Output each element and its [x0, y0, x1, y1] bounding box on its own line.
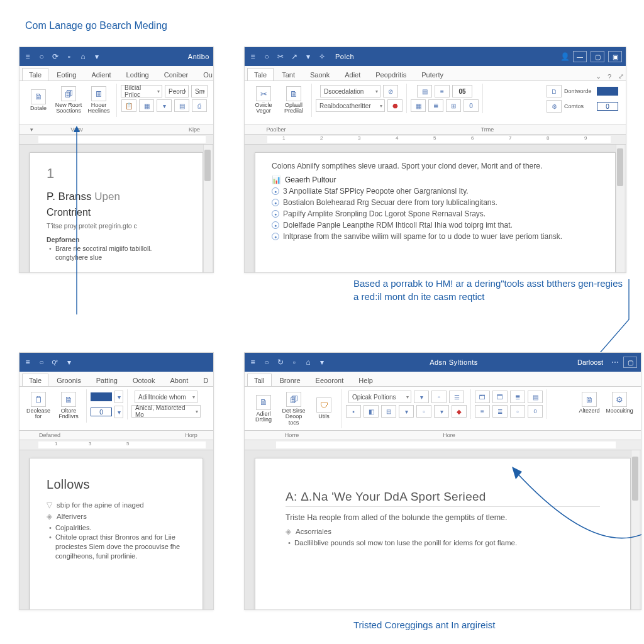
warn-icon[interactable]: ◆ — [452, 405, 467, 418]
tab-ou[interactable]: Ou — [196, 68, 214, 80]
maximize-button[interactable]: ▢ — [623, 357, 637, 368]
circle-icon[interactable]: ○ — [37, 358, 46, 367]
tab-puterty[interactable]: Puterty — [414, 68, 450, 80]
adierl-button[interactable]: 🗎Adierl Drtling — [250, 394, 277, 425]
zero-icon[interactable]: 0 — [464, 99, 479, 112]
g3-icon[interactable]: ≣ — [510, 391, 525, 403]
tab-peopdritis[interactable]: Peopdritis — [369, 68, 413, 80]
maximize-button[interactable]: ▢ — [591, 51, 604, 62]
combo-anical[interactable]: Anical, Matiorcted Mo — [131, 405, 201, 418]
list-item[interactable]: ●3 Anpolliate Staf SPPicy Peopote oher G… — [272, 187, 599, 196]
oviicle-button[interactable]: ✂Oviicle Vegor — [250, 85, 277, 116]
num-badge[interactable]: 05 — [452, 85, 472, 97]
b4-icon[interactable]: ▾ — [399, 405, 414, 418]
moocuiting-button[interactable]: ⚙Moocuiting — [606, 391, 633, 415]
oltore-button[interactable]: 🗎Oltore Fndlivrs — [55, 391, 82, 421]
sort-icon[interactable]: ⊞ — [446, 99, 461, 112]
list-item[interactable]: ●Bostialon Bolehearad Rrg Secuar dere fr… — [272, 198, 599, 207]
det-sirse-button[interactable]: 🗐Det Sirse Deoop tocs — [280, 391, 308, 427]
combo-dsocedalation[interactable]: Dsocedalation — [320, 85, 380, 97]
circle-icon[interactable]: ○ — [37, 52, 46, 61]
oplaall-button[interactable]: 🗎Oplaall Prediial — [280, 85, 308, 116]
star-icon[interactable]: ✧ — [318, 52, 326, 61]
tab-tall[interactable]: Tall — [247, 374, 272, 386]
g2-icon[interactable]: 🗖 — [492, 391, 508, 403]
align-center-icon[interactable]: ≡ — [435, 85, 450, 97]
tab-ootook[interactable]: Ootook — [126, 374, 162, 386]
help-icon[interactable]: ? — [604, 73, 614, 80]
stop-icon[interactable]: ⬣ — [387, 99, 402, 112]
g4-icon[interactable]: ▤ — [528, 391, 543, 403]
tab-lodting[interactable]: Lodting — [119, 68, 156, 80]
dropdown-icon[interactable]: ▾ — [65, 358, 74, 367]
altezerd-button[interactable]: 🗎Altezerd — [575, 391, 603, 415]
dropdown-icon[interactable]: ▾ — [114, 406, 123, 418]
zero-box[interactable]: 0 — [597, 102, 618, 111]
menu-icon[interactable]: ≡ — [248, 358, 257, 367]
color-swatch[interactable] — [91, 392, 112, 401]
gear-icon[interactable]: ⚙ — [547, 100, 562, 113]
qat-icon[interactable]: Qᵏ — [51, 358, 60, 367]
combo-sm[interactable]: Sm — [191, 85, 208, 97]
doc-icon[interactable]: 🗋 — [547, 85, 562, 97]
scrollbar[interactable] — [631, 450, 640, 610]
tab-patting[interactable]: Patting — [89, 374, 125, 386]
scrollbar[interactable] — [616, 145, 625, 273]
circle-icon[interactable]: ○ — [262, 52, 271, 61]
dropdown-icon[interactable]: ▾ — [92, 52, 101, 61]
scrollbar[interactable] — [203, 145, 212, 273]
refresh-icon[interactable]: ↻ — [276, 358, 285, 367]
b1-icon[interactable]: ▪ — [346, 405, 361, 418]
menu-icon[interactable]: ≡ — [23, 358, 32, 367]
dropdown-icon[interactable]: ▾ — [318, 358, 326, 367]
clipboard-icon[interactable]: 📋 — [121, 99, 136, 112]
user-icon[interactable]: ⋯ — [611, 358, 619, 367]
combo-reaibdo[interactable]: Reaibdocatheritter — [316, 99, 385, 112]
tab-coniber[interactable]: Coniber — [157, 68, 196, 80]
align-left-icon[interactable]: ▤ — [417, 85, 432, 97]
tab-adiet[interactable]: Adiet — [338, 68, 367, 80]
tab-eeooront[interactable]: Eeooront — [309, 374, 351, 386]
user-icon[interactable]: 👤 — [560, 52, 569, 61]
opt3-icon[interactable]: ☰ — [449, 391, 464, 403]
tab-help[interactable]: Help — [352, 374, 380, 386]
combo-adilltnoide[interactable]: Adilltnoide whom — [135, 391, 197, 403]
more-icon[interactable]: ▾ — [157, 99, 172, 112]
tab-saonk[interactable]: Saonk — [303, 68, 336, 80]
tab-eoting[interactable]: Eoting — [50, 68, 83, 80]
utils-button[interactable]: 🛡Utils — [310, 396, 338, 421]
close-button[interactable]: ▣ — [608, 51, 622, 62]
g6-icon[interactable]: ≣ — [492, 405, 508, 418]
save-icon[interactable]: ⌂ — [304, 358, 313, 367]
b2-icon[interactable]: ◧ — [364, 405, 379, 418]
zero-box[interactable]: 0 — [91, 408, 112, 416]
tab-tale[interactable]: Tale — [22, 374, 48, 386]
g7-icon[interactable]: ▫ — [510, 405, 525, 418]
tab-d[interactable]: D — [196, 374, 214, 386]
menu-icon[interactable]: ≡ — [248, 52, 257, 61]
combo-peord[interactable]: Peord — [165, 85, 189, 97]
tab-abont[interactable]: Abont — [163, 374, 195, 386]
tab-adient[interactable]: Adient — [84, 68, 118, 80]
combo-priloc[interactable]: Bilcial Priloc — [121, 85, 162, 97]
collapse-icon[interactable]: ⌄ — [593, 72, 603, 80]
indent-icon[interactable]: ≣ — [428, 99, 443, 112]
list-item[interactable]: ●Dolelfade Panple Leanpthe RDM Ihticoll … — [272, 221, 599, 230]
tab-groonis[interactable]: Groonis — [50, 374, 88, 386]
page-icon[interactable]: ▫ — [290, 358, 299, 367]
refresh-icon[interactable]: ⟳ — [51, 52, 60, 61]
clear-icon[interactable]: ⊘ — [383, 85, 398, 97]
dotale-button[interactable]: 🗎Dotale — [25, 88, 52, 113]
color-swatch[interactable] — [597, 87, 618, 96]
opt-icon[interactable]: ▾ — [414, 391, 429, 403]
deolease-button[interactable]: 🗒Deolease for — [25, 391, 52, 421]
print-icon[interactable]: ⎙ — [192, 99, 207, 112]
b3-icon[interactable]: ⊟ — [381, 405, 396, 418]
opt2-icon[interactable]: ▫ — [431, 391, 447, 403]
hooer-button[interactable]: 🗏Hooer Heelines — [85, 85, 113, 116]
b6-icon[interactable]: ▾ — [434, 405, 449, 418]
link-heading[interactable]: 📊 Geaerh Pultour — [272, 175, 599, 184]
cut-icon[interactable]: ✂ — [276, 52, 285, 61]
tab-tale[interactable]: Tale — [22, 68, 48, 80]
combo-opicak[interactable]: Opicak Poltions — [348, 391, 411, 403]
